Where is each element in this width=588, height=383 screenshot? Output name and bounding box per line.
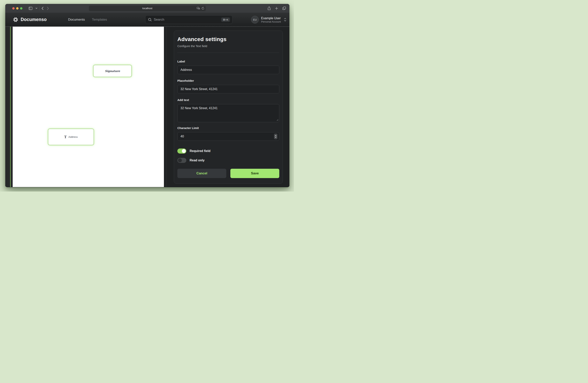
- panel-title: Advanced settings: [177, 36, 279, 42]
- right-panel: Advanced settings Configure the Text fie…: [164, 27, 289, 187]
- stepper-down-icon[interactable]: [275, 137, 276, 138]
- toggle-knob: [178, 158, 182, 162]
- character-limit-label: Character Limit: [177, 126, 279, 130]
- search-placeholder: Search: [154, 18, 164, 22]
- add-text-field-label: Add text: [177, 98, 279, 102]
- signature-field-label: Signature: [105, 70, 120, 73]
- url-text: localhost: [142, 7, 152, 10]
- nav-templates[interactable]: Templates: [92, 18, 107, 22]
- close-window-button[interactable]: [12, 7, 15, 10]
- user-name: Example User: [261, 16, 281, 20]
- documenso-logo-icon: [13, 17, 19, 22]
- avatar: EU: [251, 16, 259, 23]
- advanced-settings-card: Advanced settings Configure the Text fie…: [174, 31, 283, 184]
- sidebar-chevron-down-icon[interactable]: [34, 6, 39, 11]
- app-header: Documenso Documents Templates Search ⌘+K…: [5, 13, 289, 27]
- translate-icon[interactable]: A ★: [197, 7, 200, 10]
- placeholder-field-label: Placeholder: [177, 79, 279, 82]
- documenso-logo[interactable]: Documenso: [13, 17, 47, 22]
- share-icon[interactable]: [268, 6, 271, 10]
- save-button[interactable]: Save: [230, 169, 279, 178]
- svg-text:A: A: [197, 7, 198, 9]
- signature-field[interactable]: Signature: [93, 65, 132, 77]
- search-input[interactable]: Search ⌘+K: [145, 15, 232, 24]
- label-input[interactable]: [177, 66, 279, 74]
- cancel-button[interactable]: Cancel: [177, 169, 226, 178]
- document-page: Signature T Address: [13, 27, 164, 187]
- label-field-label: Label: [177, 60, 279, 63]
- minimize-window-button[interactable]: [16, 7, 19, 10]
- placeholder-input[interactable]: [177, 85, 279, 94]
- page-accent-line: [10, 27, 11, 187]
- panel-subtitle: Configure the Text field: [177, 44, 279, 48]
- character-limit-input[interactable]: [177, 132, 279, 141]
- read-only-toggle[interactable]: [177, 158, 186, 163]
- traffic-lights: [12, 7, 22, 10]
- app-body: Signature T Address Advanced settings Co…: [5, 27, 289, 187]
- address-bar[interactable]: localhost A ★: [89, 6, 206, 11]
- user-menu[interactable]: EU Example User Personal Account: [251, 13, 286, 27]
- number-stepper[interactable]: [274, 134, 277, 139]
- forward-button[interactable]: [45, 6, 50, 11]
- zoom-window-button[interactable]: [20, 7, 22, 10]
- add-text-textarea[interactable]: [177, 104, 279, 122]
- search-shortcut-badge: ⌘+K: [221, 18, 230, 22]
- required-field-row: Required field: [177, 149, 279, 153]
- new-tab-icon[interactable]: [275, 7, 278, 10]
- text-field-label: Address: [68, 135, 78, 138]
- reload-icon[interactable]: [202, 7, 204, 10]
- required-field-label: Required field: [190, 149, 210, 153]
- brand-name: Documenso: [21, 17, 47, 22]
- svg-text:★: ★: [199, 8, 200, 9]
- browser-window: localhost A ★: [5, 4, 289, 187]
- read-only-label: Read only: [190, 159, 205, 162]
- stepper-up-icon[interactable]: [275, 135, 276, 136]
- toolbar-divider: [39, 6, 40, 10]
- chevron-up-down-icon: [284, 18, 286, 22]
- nav-documents[interactable]: Documents: [68, 18, 85, 22]
- toggle-knob: [182, 149, 186, 153]
- browser-toolbar: localhost A ★: [5, 4, 289, 13]
- text-type-icon: T: [64, 135, 67, 139]
- back-button[interactable]: [40, 6, 45, 11]
- read-only-row: Read only: [177, 158, 279, 163]
- page-gutter: [5, 27, 13, 187]
- search-icon: [148, 18, 152, 22]
- divider: [177, 53, 279, 53]
- text-field[interactable]: T Address: [48, 129, 94, 145]
- account-type: Personal Account: [261, 20, 281, 23]
- resize-handle-icon[interactable]: [276, 119, 278, 121]
- required-field-toggle[interactable]: [177, 149, 186, 153]
- sidebar-toggle-icon[interactable]: [27, 6, 34, 11]
- tabs-overview-icon[interactable]: [282, 7, 286, 10]
- main-nav: Documents Templates: [68, 18, 107, 22]
